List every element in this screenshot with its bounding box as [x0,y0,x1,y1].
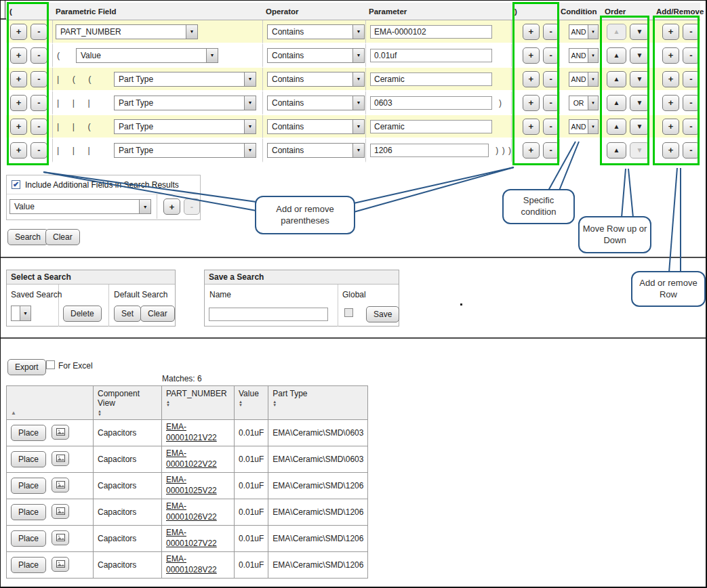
open-paren-remove-button[interactable]: - [31,142,47,159]
part-image-button[interactable] [52,504,69,519]
add-row-button[interactable]: + [662,24,679,40]
operator-dropdown[interactable]: Contains ▼ [267,143,365,158]
condition-dropdown[interactable]: OR ▼ [569,96,599,110]
chevron-down-icon[interactable]: ▼ [588,49,598,62]
move-down-button[interactable]: ▼ [630,24,649,40]
component-view-header[interactable]: Component View ▲▼ [94,386,162,420]
parameter-input[interactable] [370,120,492,133]
open-paren-remove-button[interactable]: - [31,119,47,135]
field-dropdown[interactable]: Part Type ▼ [114,96,256,110]
part-number-header[interactable]: PART_NUMBER ▲▼ [162,386,235,420]
parameter-input[interactable] [370,25,492,39]
operator-dropdown[interactable]: Contains ▼ [267,119,365,134]
add-row-button[interactable]: + [662,71,679,87]
move-down-button[interactable]: ▼ [630,47,649,64]
save-button[interactable]: Save [366,306,399,322]
add-row-button[interactable]: + [662,47,679,64]
parameter-input[interactable] [370,96,492,110]
move-up-button[interactable]: ▲ [607,95,626,111]
open-paren-add-button[interactable]: + [10,24,27,40]
part-image-button[interactable] [52,451,69,466]
move-up-button[interactable]: ▲ [607,142,626,159]
part-number-link[interactable]: EMA-00001022V22 [166,448,217,469]
close-paren-add-button[interactable]: + [523,47,540,64]
place-button[interactable]: Place [11,425,46,441]
open-paren-remove-button[interactable]: - [31,47,47,64]
clear-button[interactable]: Clear [45,229,80,245]
open-paren-remove-button[interactable]: - [31,24,47,40]
close-paren-add-button[interactable]: + [523,119,540,135]
place-button[interactable]: Place [11,451,46,467]
parameter-input[interactable] [370,144,489,157]
move-down-button[interactable]: ▼ [630,71,649,87]
additional-field-add-button[interactable]: + [163,198,180,215]
chevron-down-icon[interactable]: ▼ [588,96,598,110]
move-up-button[interactable]: ▲ [607,47,626,64]
additional-field-remove-button[interactable]: - [184,198,200,215]
remove-row-button[interactable]: - [683,24,700,40]
move-up-button[interactable]: ▲ [607,24,626,40]
close-paren-add-button[interactable]: + [523,95,540,111]
chevron-down-icon[interactable]: ▼ [588,72,598,86]
remove-row-button[interactable]: - [683,119,700,135]
part-number-link[interactable]: EMA-00001026V22 [166,501,217,522]
part-number-link[interactable]: EMA-00001027V22 [166,528,217,549]
open-paren-add-button[interactable]: + [10,95,27,111]
remove-row-button[interactable]: - [683,71,700,87]
value-header[interactable]: Value ▲▼ [235,386,268,420]
open-paren-remove-button[interactable]: - [31,95,47,111]
close-paren-remove-button[interactable]: - [543,95,560,111]
parameter-input[interactable] [370,49,492,62]
operator-dropdown[interactable]: Contains ▼ [267,96,365,110]
open-paren-remove-button[interactable]: - [31,71,47,87]
open-paren-add-button[interactable]: + [10,47,27,64]
export-button[interactable]: Export [7,359,46,375]
delete-saved-search-button[interactable]: Delete [63,306,102,322]
close-paren-remove-button[interactable]: - [543,47,560,64]
operator-dropdown[interactable]: Contains ▼ [267,24,365,39]
open-paren-add-button[interactable]: + [10,119,27,135]
chevron-down-icon[interactable]: ▼ [588,120,598,133]
chevron-down-icon[interactable]: ▼ [352,96,364,110]
close-paren-remove-button[interactable]: - [543,24,560,40]
sort-column-header[interactable]: ▲ [7,386,94,420]
part-number-link[interactable]: EMA-00001021V22 [166,422,217,443]
condition-dropdown[interactable]: AND ▼ [569,119,599,134]
place-button[interactable]: Place [11,478,46,494]
condition-dropdown[interactable]: AND ▼ [569,48,599,63]
field-dropdown[interactable]: PART_NUMBER ▼ [56,24,198,39]
open-paren-add-button[interactable]: + [10,71,27,87]
for-excel-checkbox[interactable] [46,360,55,369]
chevron-down-icon[interactable]: ▼ [588,25,598,39]
chevron-down-icon[interactable]: ▼ [352,144,364,157]
chevron-down-icon[interactable]: ▼ [352,49,364,62]
sort-both-icon[interactable]: ▲▼ [166,400,230,407]
part-type-header[interactable]: Part Type ▲▼ [268,386,368,420]
open-paren-add-button[interactable]: + [10,142,27,159]
add-row-button[interactable]: + [662,142,679,159]
field-dropdown[interactable]: Part Type ▼ [114,72,256,87]
close-paren-add-button[interactable]: + [523,142,540,159]
additional-field-dropdown[interactable]: Value ▼ [9,199,151,214]
part-image-button[interactable] [52,478,69,492]
place-button[interactable]: Place [11,557,46,573]
place-button[interactable]: Place [11,530,46,547]
close-paren-add-button[interactable]: + [523,71,540,87]
search-name-input[interactable] [209,308,328,321]
chevron-down-icon[interactable]: ▼ [244,144,256,157]
part-image-button[interactable] [52,425,69,440]
chevron-down-icon[interactable]: ▼ [244,72,256,86]
remove-row-button[interactable]: - [683,95,700,111]
sort-both-icon[interactable]: ▲▼ [239,400,264,407]
part-image-button[interactable] [52,530,69,545]
chevron-down-icon[interactable]: ▼ [244,96,256,110]
field-dropdown[interactable]: Value ▼ [76,48,218,63]
saved-search-dropdown[interactable]: ▼ [11,306,31,321]
chevron-down-icon[interactable]: ▼ [186,25,197,39]
sort-both-icon[interactable]: ▲▼ [272,400,363,407]
place-button[interactable]: Place [11,504,46,520]
close-paren-remove-button[interactable]: - [543,119,560,135]
sort-both-icon[interactable]: ▲▼ [98,410,157,417]
move-down-button[interactable]: ▼ [630,95,649,111]
close-paren-remove-button[interactable]: - [543,71,560,87]
